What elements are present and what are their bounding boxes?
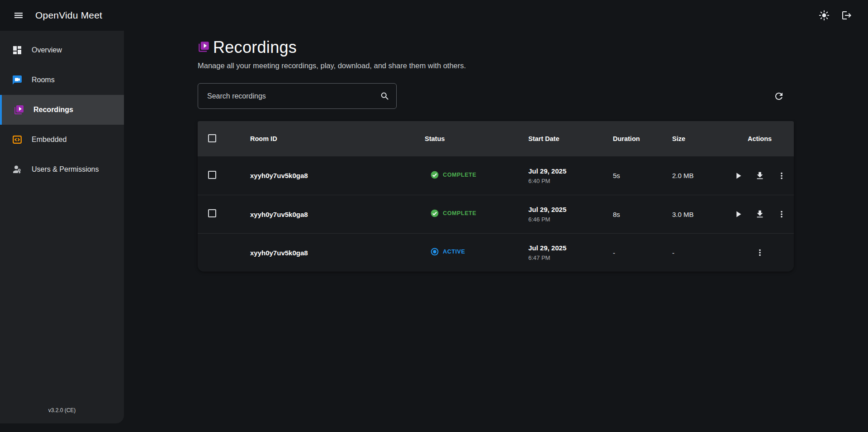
size-cell: -	[672, 249, 727, 257]
status-complete-icon	[430, 209, 439, 218]
embedded-code-icon	[12, 134, 23, 145]
room-id-cell: xyyh0y7uv5k0ga8	[250, 211, 425, 218]
select-all-checkbox[interactable]	[208, 134, 216, 142]
search-input[interactable]	[206, 92, 375, 101]
download-icon	[755, 171, 765, 181]
more-button[interactable]	[750, 243, 770, 263]
start-date-cell: Jul 29, 20256:40 PM	[528, 167, 613, 184]
video-chat-icon	[12, 75, 23, 85]
row-actions	[727, 166, 794, 186]
start-time: 6:40 PM	[528, 178, 613, 184]
sidebar-item-users-permissions[interactable]: Users & Permissions	[0, 155, 124, 184]
duration-cell: 8s	[613, 211, 672, 218]
sidebar-item-overview[interactable]: Overview	[0, 35, 124, 65]
table-row: xyyh0y7uv5k0ga8ACTIVEJul 29, 20256:47 PM…	[198, 233, 794, 272]
status-badge: COMPLETE	[430, 209, 476, 218]
download-button[interactable]	[750, 204, 770, 224]
column-header-status: Status	[425, 135, 528, 142]
top-app-bar: OpenVidu Meet	[0, 0, 868, 31]
size-cell: 2.0 MB	[672, 172, 727, 179]
start-date: Jul 29, 2025	[528, 206, 613, 213]
column-header-start-date: Start Date	[528, 135, 613, 142]
status-label: ACTIVE	[443, 249, 465, 255]
start-date: Jul 29, 2025	[528, 167, 613, 175]
toolbar	[198, 83, 794, 109]
table-row: xyyh0y7uv5k0ga8COMPLETEJul 29, 20256:46 …	[198, 195, 794, 233]
app-layout: Overview Rooms Recordings	[0, 31, 868, 432]
start-time: 6:47 PM	[528, 254, 613, 261]
refresh-button[interactable]	[769, 87, 788, 106]
start-time: 6:46 PM	[528, 216, 613, 223]
logout-button[interactable]	[837, 6, 856, 25]
column-header-duration: Duration	[613, 135, 672, 142]
play-button[interactable]	[728, 166, 748, 186]
row-checkbox[interactable]	[208, 171, 216, 179]
start-date: Jul 29, 2025	[528, 244, 613, 252]
sidebar-item-rooms[interactable]: Rooms	[0, 65, 124, 95]
column-header-room-id: Room ID	[250, 135, 425, 142]
status-badge: COMPLETE	[430, 170, 476, 179]
row-actions	[727, 243, 794, 263]
more-button[interactable]	[772, 166, 792, 186]
status-badge: ACTIVE	[430, 247, 465, 256]
app-title: OpenVidu Meet	[35, 10, 102, 21]
status-active-icon	[430, 247, 439, 256]
status-label: COMPLETE	[443, 172, 476, 178]
recordings-page-icon	[198, 38, 210, 53]
table-body: xyyh0y7uv5k0ga8COMPLETEJul 29, 20256:40 …	[198, 156, 794, 272]
duration-cell: -	[613, 249, 672, 257]
video-library-icon	[14, 104, 24, 115]
start-date-cell: Jul 29, 20256:46 PM	[528, 206, 613, 223]
more-icon	[777, 171, 787, 181]
hamburger-menu-icon	[13, 10, 24, 21]
size-cell: 3.0 MB	[672, 211, 727, 218]
page-header: Recordings	[198, 38, 868, 56]
search-box	[198, 83, 397, 109]
more-button[interactable]	[772, 204, 792, 224]
more-icon	[777, 209, 787, 219]
play-button[interactable]	[728, 204, 748, 224]
start-date-cell: Jul 29, 20256:47 PM	[528, 244, 613, 261]
row-actions	[727, 204, 794, 224]
sidebar-item-label: Recordings	[33, 106, 73, 114]
sidebar: Overview Rooms Recordings	[0, 31, 124, 423]
sidebar-item-embedded[interactable]: Embedded	[0, 125, 124, 155]
logout-icon	[841, 10, 852, 21]
search-icon	[380, 91, 390, 101]
refresh-icon	[773, 91, 784, 102]
page-subtitle: Manage all your meeting recordings, play…	[198, 61, 868, 70]
room-id-cell: xyyh0y7uv5k0ga8	[250, 249, 425, 257]
column-header-size: Size	[672, 135, 727, 142]
play-icon	[733, 209, 743, 219]
sidebar-item-label: Users & Permissions	[32, 165, 99, 174]
sidebar-item-recordings[interactable]: Recordings	[0, 95, 124, 125]
sidebar-item-label: Rooms	[32, 76, 55, 84]
menu-button[interactable]	[9, 6, 28, 25]
room-id-cell: xyyh0y7uv5k0ga8	[250, 172, 425, 179]
table-header-row: Room ID Status Start Date Duration Size …	[198, 121, 794, 156]
recordings-table: Room ID Status Start Date Duration Size …	[198, 121, 794, 272]
play-icon	[733, 171, 743, 181]
duration-cell: 5s	[613, 172, 672, 179]
column-header-actions: Actions	[727, 135, 794, 142]
status-label: COMPLETE	[443, 210, 476, 216]
light-mode-sun-icon	[819, 10, 830, 21]
table-row: xyyh0y7uv5k0ga8COMPLETEJul 29, 20256:40 …	[198, 156, 794, 195]
page-title: Recordings	[213, 38, 297, 56]
sidebar-item-label: Overview	[32, 46, 62, 54]
status-complete-icon	[430, 170, 439, 179]
more-icon	[755, 248, 765, 258]
app-version: v3.2.0 (CE)	[0, 407, 124, 423]
user-key-icon	[12, 164, 23, 175]
dashboard-icon	[12, 45, 23, 56]
sidebar-item-label: Embedded	[32, 136, 66, 144]
theme-toggle-button[interactable]	[815, 6, 834, 25]
download-icon	[755, 209, 765, 219]
download-button[interactable]	[750, 166, 770, 186]
main-content: Recordings Manage all your meeting recor…	[124, 31, 868, 272]
row-checkbox[interactable]	[208, 209, 216, 217]
